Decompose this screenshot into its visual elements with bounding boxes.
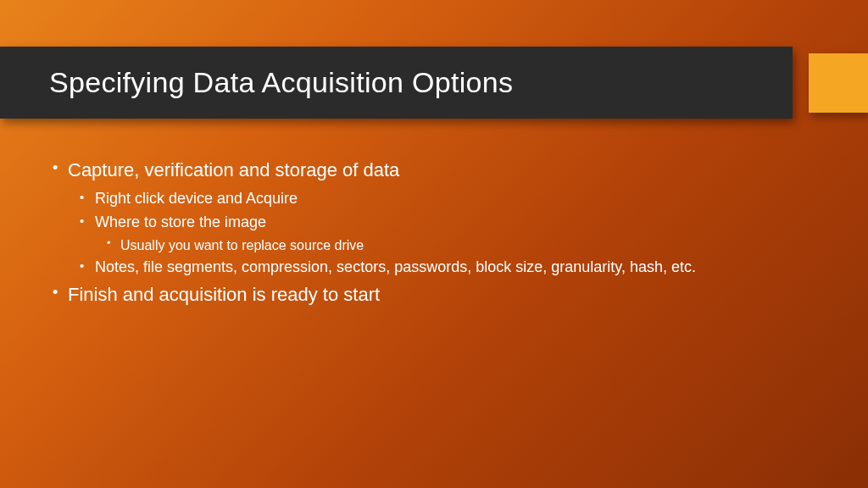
- bullet-level-3: Usually you want to replace source drive: [103, 235, 819, 257]
- bullet-level-2: Right click device and Acquire: [76, 187, 819, 211]
- sub-sub-list: Usually you want to replace source drive: [49, 235, 819, 257]
- slide-title: Specifying Data Acquisition Options: [49, 66, 513, 99]
- bullet-level-2: Where to store the image: [76, 211, 819, 235]
- bullet-level-2: Notes, file segments, compression, secto…: [76, 256, 819, 280]
- bullet-level-1: Finish and acquisition is ready to start: [49, 281, 819, 308]
- title-bar: Specifying Data Acquisition Options: [0, 47, 793, 119]
- bullet-level-1: Capture, verification and storage of dat…: [49, 157, 819, 184]
- slide-content: Capture, verification and storage of dat…: [49, 157, 819, 312]
- accent-box: [809, 53, 868, 113]
- sub-list: Right click device and Acquire Where to …: [49, 187, 819, 280]
- bullet-list: Capture, verification and storage of dat…: [49, 157, 819, 308]
